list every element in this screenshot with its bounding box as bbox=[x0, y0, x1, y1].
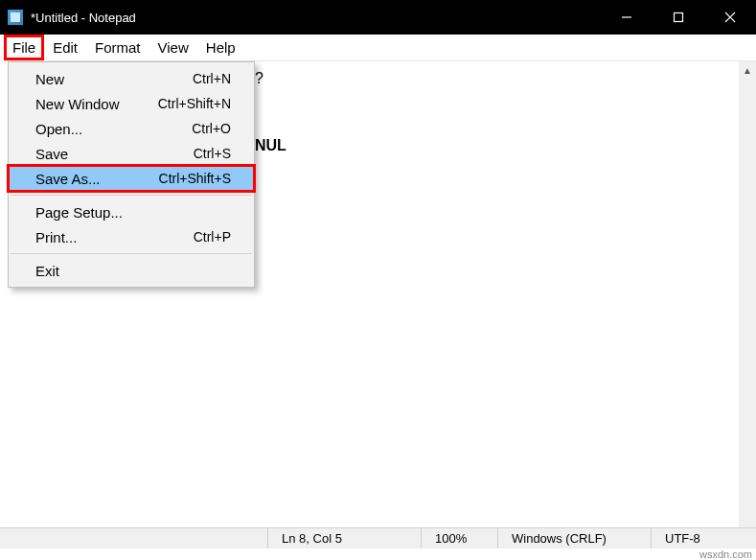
menu-format[interactable]: Format bbox=[86, 35, 149, 60]
menu-item-exit[interactable]: Exit bbox=[9, 258, 254, 283]
menu-item-open[interactable]: Open... Ctrl+O bbox=[9, 116, 254, 141]
menu-separator bbox=[11, 195, 252, 196]
menu-separator bbox=[11, 253, 252, 254]
menu-item-shortcut: Ctrl+Shift+S bbox=[159, 171, 231, 186]
menu-item-label: Print... bbox=[35, 229, 194, 245]
menu-item-new-window[interactable]: New Window Ctrl+Shift+N bbox=[9, 91, 254, 116]
menu-item-shortcut: Ctrl+P bbox=[194, 229, 231, 245]
maximize-button[interactable] bbox=[653, 0, 704, 35]
minimize-button[interactable] bbox=[601, 0, 653, 35]
statusbar: Ln 8, Col 5 100% Windows (CRLF) UTF-8 bbox=[0, 527, 756, 548]
status-encoding: UTF-8 bbox=[651, 528, 756, 548]
notepad-icon bbox=[8, 10, 23, 25]
watermark: wsxdn.com bbox=[699, 548, 752, 560]
status-line-ending: Windows (CRLF) bbox=[497, 528, 651, 548]
menu-item-save[interactable]: Save Ctrl+S bbox=[9, 141, 254, 166]
menu-item-label: Exit bbox=[35, 263, 231, 279]
menu-item-new[interactable]: New Ctrl+N bbox=[9, 66, 254, 91]
statusbar-blank bbox=[0, 528, 267, 548]
menu-item-shortcut: Ctrl+O bbox=[192, 121, 231, 136]
file-menu-dropdown: New Ctrl+N New Window Ctrl+Shift+N Open.… bbox=[8, 61, 255, 288]
menu-item-label: Open... bbox=[35, 121, 192, 137]
vertical-scrollbar[interactable]: ▲ bbox=[739, 61, 756, 527]
window-title: *Untitled - Notepad bbox=[31, 11, 601, 25]
menu-item-shortcut: Ctrl+Shift+N bbox=[158, 96, 231, 111]
scroll-up-icon[interactable]: ▲ bbox=[739, 61, 756, 79]
menubar: File Edit Format View Help bbox=[0, 35, 756, 61]
menu-item-page-setup[interactable]: Page Setup... bbox=[9, 199, 254, 224]
menu-item-label: Save bbox=[35, 146, 194, 162]
svg-rect-1 bbox=[675, 13, 683, 22]
menu-item-shortcut: Ctrl+S bbox=[194, 146, 231, 161]
window-controls bbox=[601, 0, 756, 35]
status-position: Ln 8, Col 5 bbox=[267, 528, 421, 548]
menu-item-label: Save As... bbox=[35, 171, 159, 187]
status-zoom: 100% bbox=[421, 528, 497, 548]
menu-item-print[interactable]: Print... Ctrl+P bbox=[9, 224, 254, 249]
menu-file[interactable]: File bbox=[4, 35, 44, 60]
titlebar: *Untitled - Notepad bbox=[0, 0, 756, 35]
menu-help[interactable]: Help bbox=[197, 35, 244, 60]
menu-item-label: Page Setup... bbox=[35, 204, 231, 221]
menu-item-label: New Window bbox=[35, 96, 158, 112]
menu-item-label: New bbox=[35, 71, 193, 87]
menu-edit[interactable]: Edit bbox=[44, 35, 86, 60]
close-button[interactable] bbox=[704, 0, 756, 35]
menu-item-save-as[interactable]: Save As... Ctrl+Shift+S bbox=[9, 166, 254, 191]
menu-view[interactable]: View bbox=[149, 35, 197, 60]
menu-item-shortcut: Ctrl+N bbox=[193, 71, 231, 86]
